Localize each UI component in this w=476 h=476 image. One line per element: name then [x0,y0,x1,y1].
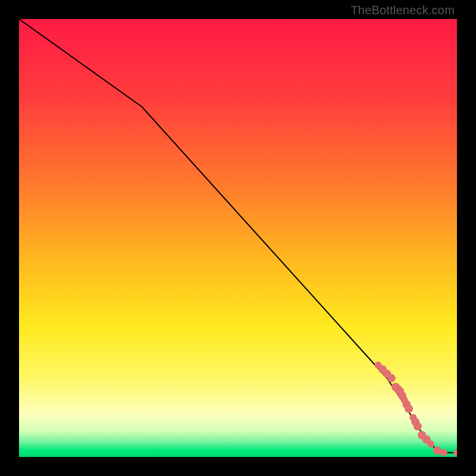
chart-stage: TheBottleneck.com [0,0,476,476]
data-point [387,374,396,383]
data-point [414,422,422,430]
data-point [405,405,413,413]
gradient-background [19,19,457,457]
chart-svg [19,19,457,457]
data-point [433,446,441,455]
data-point [440,449,447,456]
watermark-text: TheBottleneck.com [350,4,455,17]
plot-area [19,19,457,457]
data-point [427,440,434,447]
